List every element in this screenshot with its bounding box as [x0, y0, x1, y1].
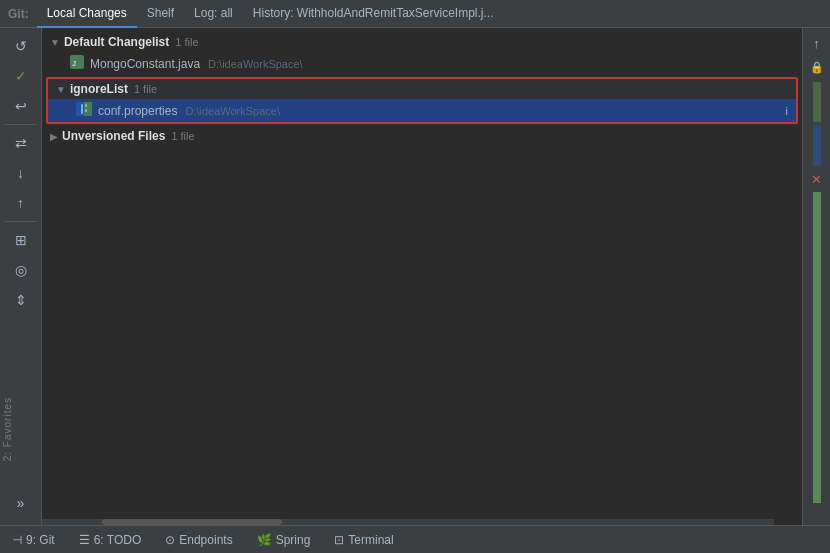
bottom-bar: ⊣ 9: Git ☰ 6: TODO ⊙ Endpoints 🌿 Spring …	[0, 525, 830, 553]
arrow-icon: ▼	[50, 37, 60, 48]
content-area: ▼ Default Changelist 1 file J MongoConst…	[42, 28, 802, 525]
scroll-thumb[interactable]	[102, 519, 282, 525]
separator-1	[4, 124, 37, 125]
diff-button[interactable]: ⇄	[6, 129, 36, 157]
filepath-conf-properties: D:\ideaWorkSpace\	[185, 105, 280, 117]
terminal-icon: ⊡	[334, 533, 344, 547]
green-accent	[813, 82, 821, 122]
group-count-unversioned: 1 file	[171, 130, 194, 142]
more-button[interactable]: »	[6, 489, 36, 517]
svg-rect-4	[81, 104, 83, 114]
group-count-ignorelist: 1 file	[134, 83, 157, 95]
group-unversioned: ▶ Unversioned Files 1 file	[42, 126, 802, 146]
right-toolbar: ↑ 🔒 ✕	[802, 28, 830, 525]
favorites-label: 2: Favorites	[0, 393, 15, 465]
properties-file-icon	[76, 102, 92, 119]
bottom-tab-git[interactable]: ⊣ 9: Git	[8, 531, 59, 549]
refresh-button[interactable]: ↺	[6, 32, 36, 60]
bottom-endpoints-label: Endpoints	[179, 533, 232, 547]
revert-button[interactable]: ↩	[6, 92, 36, 120]
file-mongoconstant[interactable]: J MongoConstant.java D:\ideaWorkSpace\	[42, 52, 802, 75]
todo-icon: ☰	[79, 533, 90, 547]
left-toolbar: ↺ ✓ ↩ ⇄ ↓ ↑ ⊞ ◎ ⇕ 2: Favorites »	[0, 28, 42, 525]
group-header-default-changelist[interactable]: ▼ Default Changelist 1 file	[42, 32, 802, 52]
spring-icon: 🌿	[257, 533, 272, 547]
group-name-unversioned: Unversioned Files	[62, 129, 165, 143]
push-button[interactable]: ↑	[6, 189, 36, 217]
group-header-unversioned[interactable]: ▶ Unversioned Files 1 file	[42, 126, 802, 146]
filename-conf-properties: conf.properties	[98, 104, 177, 118]
bottom-spring-label: Spring	[276, 533, 311, 547]
eye-button[interactable]: ◎	[6, 256, 36, 284]
separator-2	[4, 221, 37, 222]
arrow-icon-unversioned: ▶	[50, 131, 58, 142]
svg-text:J: J	[72, 59, 76, 68]
side-accent-bottom	[813, 505, 821, 525]
java-file-icon: J	[70, 55, 84, 72]
blue-accent	[813, 126, 821, 166]
bottom-tab-todo[interactable]: ☰ 6: TODO	[75, 531, 146, 549]
main-layout: ↺ ✓ ↩ ⇄ ↓ ↑ ⊞ ◎ ⇕ 2: Favorites » ▼ Defau…	[0, 28, 830, 525]
compare-button[interactable]: ⊞	[6, 226, 36, 254]
up-button[interactable]: ↑	[806, 32, 828, 54]
move-button[interactable]: ⇕	[6, 286, 36, 314]
lock-button[interactable]: 🔒	[806, 56, 828, 78]
file-status-badge: i	[786, 105, 788, 117]
filename-mongoconstant: MongoConstant.java	[90, 57, 200, 71]
svg-rect-5	[85, 104, 87, 107]
file-tree: ▼ Default Changelist 1 file J MongoConst…	[42, 28, 802, 152]
close-button[interactable]: ✕	[806, 168, 828, 190]
group-default-changelist: ▼ Default Changelist 1 file J MongoConst…	[42, 32, 802, 75]
group-ignorelist: ▼ ignoreList 1 file conf.prop	[46, 77, 798, 124]
bottom-tab-endpoints[interactable]: ⊙ Endpoints	[161, 531, 236, 549]
side-accent-strip	[813, 192, 821, 503]
bottom-git-label: 9: Git	[26, 533, 55, 547]
file-conf-properties[interactable]: conf.properties D:\ideaWorkSpace\ i	[48, 99, 796, 122]
group-name-ignorelist: ignoreList	[70, 82, 128, 96]
group-name-default-changelist: Default Changelist	[64, 35, 169, 49]
arrow-icon-ignorelist: ▼	[56, 84, 66, 95]
update-button[interactable]: ↓	[6, 159, 36, 187]
git-icon: ⊣	[12, 533, 22, 547]
tab-history[interactable]: History: WithholdAndRemitTaxServiceImpl.…	[243, 0, 504, 28]
git-label: Git:	[8, 7, 29, 21]
bottom-terminal-label: Terminal	[348, 533, 393, 547]
endpoints-icon: ⊙	[165, 533, 175, 547]
tab-bar: Git: Local Changes Shelf Log: all Histor…	[0, 0, 830, 28]
check-button[interactable]: ✓	[6, 62, 36, 90]
bottom-tab-spring[interactable]: 🌿 Spring	[253, 531, 315, 549]
tab-local-changes[interactable]: Local Changes	[37, 0, 137, 28]
tab-shelf[interactable]: Shelf	[137, 0, 184, 28]
scroll-bar[interactable]	[42, 519, 774, 525]
svg-rect-6	[85, 109, 87, 112]
group-count-default-changelist: 1 file	[175, 36, 198, 48]
tab-log-all[interactable]: Log: all	[184, 0, 243, 28]
bottom-todo-label: 6: TODO	[94, 533, 142, 547]
group-header-ignorelist[interactable]: ▼ ignoreList 1 file	[48, 79, 796, 99]
bottom-tab-terminal[interactable]: ⊡ Terminal	[330, 531, 397, 549]
filepath-mongoconstant: D:\ideaWorkSpace\	[208, 58, 303, 70]
